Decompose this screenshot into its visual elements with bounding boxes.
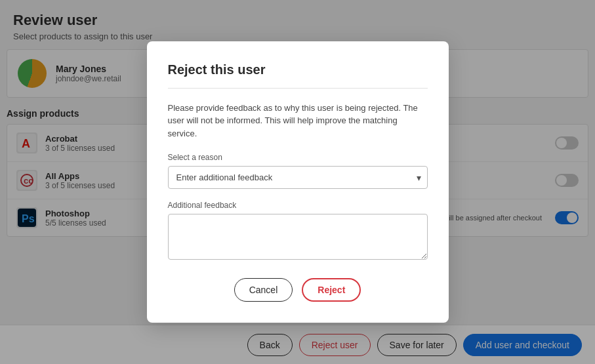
cancel-button[interactable]: Cancel	[234, 278, 293, 302]
additional-feedback-textarea[interactable]	[168, 214, 428, 260]
modal-divider	[168, 88, 428, 89]
select-reason-wrapper: Enter additional feedback Not a good fit…	[168, 166, 428, 189]
select-reason-dropdown[interactable]: Enter additional feedback Not a good fit…	[168, 166, 428, 189]
reject-button[interactable]: Reject	[302, 278, 361, 302]
modal-overlay: Reject this user Please provide feedback…	[0, 0, 595, 364]
reject-modal: Reject this user Please provide feedback…	[147, 41, 449, 323]
modal-footer: Cancel Reject	[168, 278, 428, 302]
select-reason-label: Select a reason	[168, 153, 428, 162]
modal-title: Reject this user	[168, 62, 428, 77]
additional-feedback-label: Additional feedback	[168, 201, 428, 210]
modal-body-text: Please provide feedback as to why this u…	[168, 102, 428, 140]
